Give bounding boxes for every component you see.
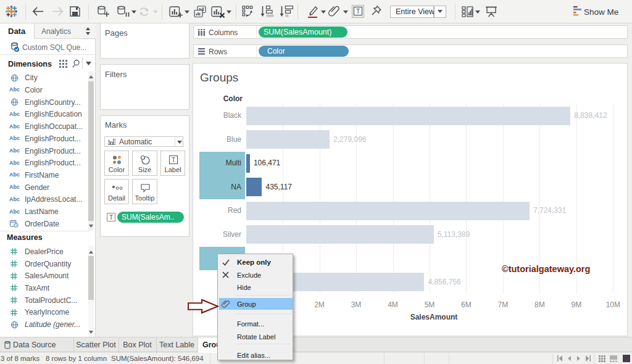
svg-text:T: T: [109, 214, 113, 221]
svg-text:T: T: [356, 7, 360, 15]
svg-text:T: T: [172, 157, 175, 163]
